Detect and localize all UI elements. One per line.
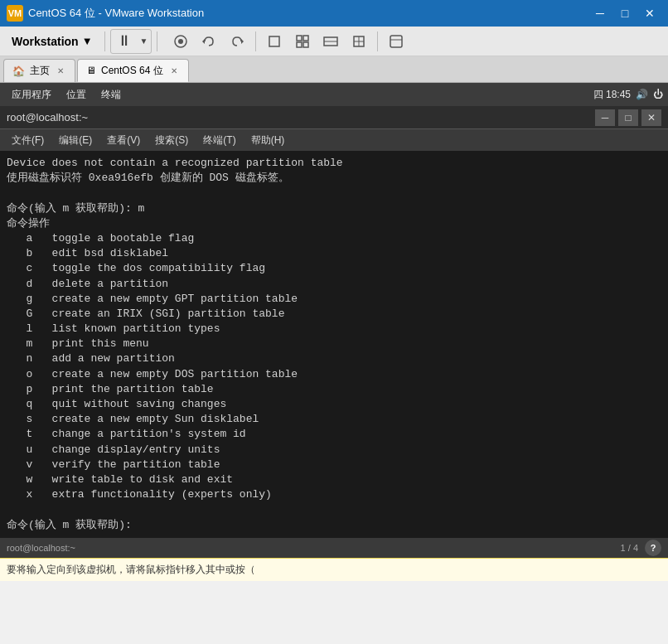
statusbar-right: 1 / 4 ?: [621, 540, 661, 556]
terminal-menu-terminal[interactable]: 终端(T): [196, 132, 242, 149]
window-title: CentOS 64 位 - VMware Workstation: [28, 6, 588, 21]
pause-button[interactable]: ⏸: [111, 30, 138, 53]
app-icon: VM: [7, 5, 23, 22]
statusbar-user: root@localhost:~: [7, 543, 75, 553]
tab-centos[interactable]: 🖥 CentOS 64 位 ✕: [77, 59, 189, 82]
home-tab-close[interactable]: ✕: [55, 65, 66, 77]
svg-rect-4: [269, 36, 279, 46]
svg-rect-5: [297, 36, 302, 41]
app-menu-places[interactable]: 位置: [60, 86, 93, 104]
app-toolbar-right: 四 18:45 🔊 ⏻: [593, 88, 663, 102]
vm-container: 应用程序 位置 终端 四 18:45 🔊 ⏻ root@localhost:~ …: [0, 83, 668, 581]
notification-bar: 要将输入定向到该虚拟机，请将鼠标指针移入其中或按（: [0, 558, 668, 581]
settings-button[interactable]: [383, 30, 409, 53]
workstation-dropdown-icon: ▼: [82, 35, 93, 47]
close-button[interactable]: ✕: [638, 4, 661, 22]
workstation-menu[interactable]: Workstation ▼: [3, 31, 101, 51]
svg-rect-14: [390, 36, 402, 47]
tb-sep-1: [255, 31, 256, 51]
terminal-close[interactable]: ✕: [641, 109, 661, 126]
revert-icon: [201, 33, 217, 50]
svg-marker-3: [241, 39, 244, 44]
svg-point-1: [178, 39, 183, 44]
home-tab-label: 主页: [30, 64, 50, 78]
app-icon-text: VM: [8, 8, 22, 18]
forward-button[interactable]: [224, 30, 250, 53]
forward-icon: [229, 33, 245, 50]
terminal-titlebar: root@localhost:~ ─ □ ✕: [0, 106, 668, 129]
workstation-label: Workstation: [12, 35, 79, 48]
title-bar: VM CentOS 64 位 - VMware Workstation ─ □ …: [0, 0, 668, 27]
stretch-button[interactable]: [317, 30, 344, 53]
menu-separator-1: [104, 31, 105, 51]
notification-text: 要将输入定向到该虚拟机，请将鼠标指针移入其中或按（: [7, 563, 255, 577]
terminal-title: root@localhost:~: [7, 111, 88, 123]
minimize-button[interactable]: ─: [588, 4, 612, 22]
svg-rect-7: [297, 42, 302, 47]
terminal-menu-edit[interactable]: 编辑(E): [52, 132, 99, 149]
statusbar-help-btn[interactable]: ?: [645, 540, 661, 556]
svg-rect-6: [303, 36, 308, 41]
revert-button[interactable]: [196, 30, 222, 53]
menu-separator-2: [157, 31, 157, 51]
app-toolbar: 应用程序 位置 终端 四 18:45 🔊 ⏻: [0, 83, 668, 106]
terminal-window: root@localhost:~ ─ □ ✕ 文件(F) 编辑(E) 查看(V)…: [0, 106, 668, 558]
pause-dropdown-button[interactable]: ▼: [138, 30, 151, 53]
terminal-minimize[interactable]: ─: [595, 109, 615, 126]
terminal-menubar: 文件(F) 编辑(E) 查看(V) 搜索(S) 终端(T) 帮助(H): [0, 129, 668, 151]
terminal-menu-help[interactable]: 帮助(H): [244, 132, 292, 149]
home-tab-icon: 🏠: [12, 65, 25, 77]
snapshot-button[interactable]: [167, 30, 194, 53]
snapshot-icon: [172, 33, 189, 50]
toolbar-icons: [167, 30, 409, 53]
terminal-maximize[interactable]: □: [618, 109, 638, 126]
unity-icon: [294, 33, 311, 50]
app-time: 四 18:45: [593, 88, 631, 102]
window-controls: ─ □ ✕: [588, 4, 661, 22]
svg-rect-8: [303, 42, 308, 47]
terminal-menu-view[interactable]: 查看(V): [100, 132, 147, 149]
terminal-menu-search[interactable]: 搜索(S): [148, 132, 195, 149]
pause-group: ⏸ ▼: [110, 29, 152, 54]
terminal-controls: ─ □ ✕: [595, 109, 661, 126]
statusbar-page: 1 / 4: [621, 543, 638, 553]
menu-bar: Workstation ▼ ⏸ ▼: [0, 27, 668, 56]
stretch-icon: [322, 33, 339, 50]
tb-sep-2: [377, 31, 378, 51]
app-menu: 应用程序 位置 终端: [5, 86, 128, 104]
centos-tab-icon: 🖥: [86, 65, 96, 76]
terminal-statusbar: root@localhost:~ 1 / 4 ?: [0, 538, 668, 558]
settings-icon: [388, 33, 404, 50]
app-menu-applications[interactable]: 应用程序: [5, 86, 58, 104]
centos-tab-close[interactable]: ✕: [168, 65, 180, 76]
centos-tab-label: CentOS 64 位: [101, 64, 163, 78]
nostretch-button[interactable]: [346, 30, 372, 53]
terminal-content[interactable]: Device does not contain a recognized par…: [0, 151, 668, 538]
unity-button[interactable]: [289, 30, 316, 53]
nostretch-icon: [351, 33, 367, 50]
maximize-button[interactable]: □: [613, 4, 637, 22]
tab-bar: 🏠 主页 ✕ 🖥 CentOS 64 位 ✕: [0, 56, 668, 83]
tab-home[interactable]: 🏠 主页 ✕: [3, 59, 75, 82]
fullscreen-icon: [266, 33, 283, 50]
app-menu-terminal[interactable]: 终端: [94, 86, 128, 104]
volume-icon[interactable]: 🔊: [636, 89, 648, 100]
fullscreen-button[interactable]: [261, 30, 288, 53]
terminal-menu-file[interactable]: 文件(F): [5, 132, 51, 149]
power-icon[interactable]: ⏻: [653, 89, 663, 100]
svg-marker-2: [202, 39, 205, 44]
